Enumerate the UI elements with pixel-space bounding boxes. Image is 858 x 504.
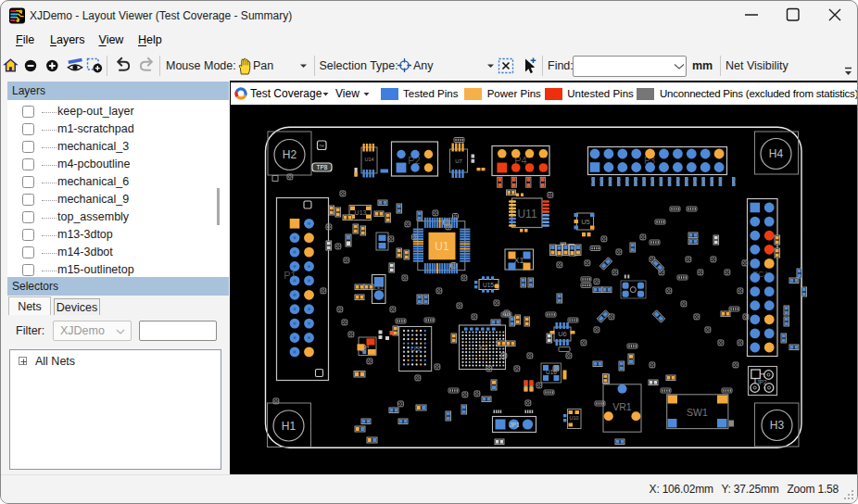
svg-text:TH: TH	[319, 144, 323, 148]
svg-text:U10: U10	[569, 415, 578, 421]
svg-text:H1: H1	[282, 420, 297, 433]
svg-text:U11: U11	[517, 208, 536, 220]
svg-text:LK1: LK1	[374, 285, 384, 291]
svg-text:H2: H2	[283, 148, 297, 161]
svg-text:JP1: JP1	[509, 422, 520, 428]
svg-text:H4: H4	[769, 147, 784, 160]
svg-text:U15: U15	[483, 282, 494, 288]
svg-text:U14: U14	[364, 157, 373, 162]
svg-text:JP2: JP2	[756, 379, 767, 385]
svg-text:VR1: VR1	[612, 401, 632, 412]
svg-text:H3: H3	[770, 419, 785, 432]
svg-text:TP8: TP8	[317, 164, 328, 170]
svg-text:U4: U4	[363, 344, 370, 349]
svg-text:U5: U5	[581, 218, 590, 226]
svg-text:U6: U6	[558, 330, 567, 338]
svg-text:SW1: SW1	[687, 407, 708, 418]
svg-text:U1: U1	[435, 240, 449, 253]
svg-text:X2: X2	[478, 344, 487, 352]
svg-text:U13: U13	[355, 209, 367, 216]
svg-text:U7: U7	[455, 158, 462, 164]
